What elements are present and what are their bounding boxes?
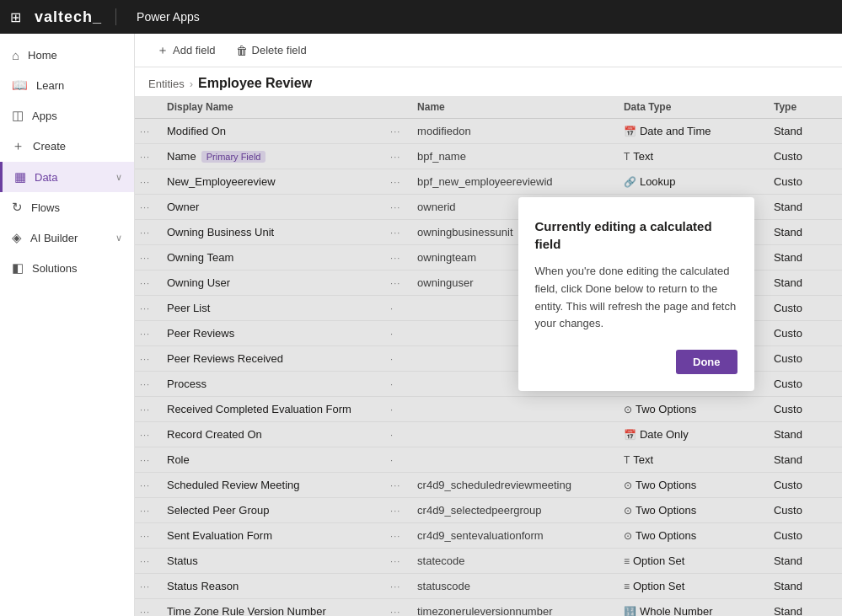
app-logo: valtech_ <box>35 8 102 26</box>
sidebar-item-ai-builder[interactable]: ◈ AI Builder ∨ <box>0 222 134 253</box>
sidebar-item-flows[interactable]: ↻ Flows <box>0 192 134 222</box>
modal-body: When you're done editing the calculated … <box>535 263 737 333</box>
solutions-icon: ◧ <box>12 260 24 276</box>
flows-icon: ↻ <box>12 200 23 215</box>
table-container: Display Name Name Data Type Type ···Modi… <box>135 96 842 616</box>
sidebar-label-flows: Flows <box>31 201 60 214</box>
breadcrumb-parent[interactable]: Entities <box>148 78 185 90</box>
app-layout: ⌂ Home 📖 Learn ◫ Apps ＋ Create ▦ Data ∨ … <box>0 34 842 616</box>
sidebar-item-solutions[interactable]: ◧ Solutions <box>0 253 134 283</box>
apps-icon: ◫ <box>12 108 24 123</box>
sidebar: ⌂ Home 📖 Learn ◫ Apps ＋ Create ▦ Data ∨ … <box>0 34 135 616</box>
grid-icon[interactable]: ⊞ <box>10 9 21 25</box>
sidebar-label-learn: Learn <box>36 79 64 92</box>
sidebar-label-data: Data <box>35 171 57 184</box>
sidebar-label-apps: Apps <box>32 110 57 122</box>
sidebar-item-apps[interactable]: ◫ Apps <box>0 100 134 131</box>
sidebar-label-create: Create <box>33 140 66 153</box>
delete-field-label: Delete field <box>252 44 307 56</box>
main-content: ＋ Add field 🗑 Delete field Entities › Em… <box>135 34 842 616</box>
sidebar-label-home: Home <box>28 49 57 62</box>
add-field-label: Add field <box>173 44 216 56</box>
breadcrumb-separator: › <box>190 78 193 90</box>
breadcrumb-current: Employee Review <box>198 76 312 91</box>
data-chevron-icon: ∨ <box>115 172 122 183</box>
delete-field-button[interactable]: 🗑 Delete field <box>228 40 315 62</box>
modal-title: Currently editing a calculated field <box>535 217 737 253</box>
done-button[interactable]: Done <box>676 350 737 374</box>
sidebar-label-ai-builder: AI Builder <box>30 232 78 244</box>
data-icon: ▦ <box>14 169 26 185</box>
learn-icon: 📖 <box>12 78 28 93</box>
sidebar-item-data[interactable]: ▦ Data ∨ <box>0 162 134 192</box>
sidebar-item-learn[interactable]: 📖 Learn <box>0 70 134 100</box>
breadcrumb: Entities › Employee Review <box>135 67 842 96</box>
sidebar-item-home[interactable]: ⌂ Home <box>0 40 134 70</box>
home-icon: ⌂ <box>12 48 19 62</box>
modal-footer: Done <box>535 350 737 374</box>
delete-field-icon: 🗑 <box>236 44 248 57</box>
ai-builder-chevron-icon: ∨ <box>115 233 122 244</box>
create-icon: ＋ <box>12 138 24 154</box>
ai-builder-icon: ◈ <box>12 230 22 245</box>
sidebar-label-solutions: Solutions <box>32 262 77 275</box>
sidebar-item-create[interactable]: ＋ Create <box>0 131 134 162</box>
calculated-field-modal: Currently editing a calculated field Whe… <box>518 197 754 391</box>
topbar: ⊞ valtech_ Power Apps <box>0 0 842 34</box>
topbar-divider <box>115 8 116 25</box>
toolbar: ＋ Add field 🗑 Delete field <box>135 34 842 67</box>
topbar-title: Power Apps <box>137 10 200 24</box>
add-field-icon: ＋ <box>157 43 169 58</box>
modal-overlay: Currently editing a calculated field Whe… <box>135 96 842 616</box>
add-field-button[interactable]: ＋ Add field <box>148 39 224 62</box>
